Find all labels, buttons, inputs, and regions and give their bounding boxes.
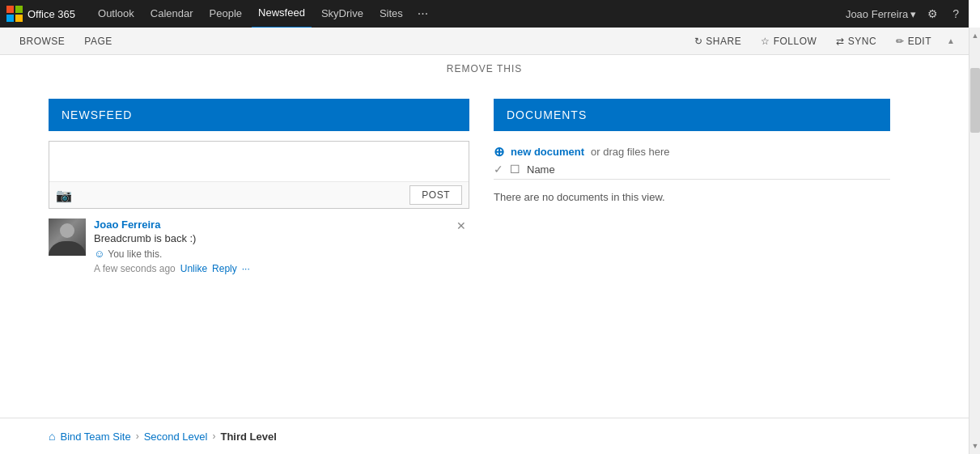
breadcrumb: ⌂ Bind Team Site › Second Level › Third … [0, 418, 969, 454]
post-close-button[interactable]: ✕ [453, 219, 469, 233]
remove-bar-label: REMOVE THIS [447, 63, 522, 74]
unlike-button[interactable]: Unlike [180, 263, 207, 274]
docs-file-icon: ☐ [510, 163, 520, 176]
camera-icon[interactable]: 📷 [56, 188, 72, 203]
more-actions-button[interactable]: ··· [242, 263, 250, 274]
browse-button[interactable]: BROWSE [10, 28, 74, 55]
share-icon: ↻ [694, 28, 703, 55]
breadcrumb-home-icon[interactable]: ⌂ [49, 430, 55, 443]
user-name-button[interactable]: Joao Ferreira ▾ [846, 8, 916, 20]
scroll-track [969, 44, 980, 438]
breadcrumb-current: Third Level [220, 431, 276, 443]
page-button[interactable]: PAGE [74, 28, 121, 55]
docs-check-icon: ✓ [494, 163, 503, 176]
follow-label: FOLLOW [774, 28, 817, 55]
toolbar: BROWSE PAGE ↻ SHARE ☆ FOLLOW ⇄ SYNC ✏ ED… [0, 28, 969, 55]
sync-button[interactable]: ⇄ SYNC [828, 28, 885, 55]
svg-rect-1 [15, 6, 23, 13]
new-document-link[interactable]: new document [511, 146, 584, 158]
nav-skydrive[interactable]: SkyDrive [315, 0, 370, 28]
office365-logo-icon [6, 6, 23, 22]
share-label: SHARE [706, 28, 741, 55]
post-like-area: ☺ You like this. [94, 248, 469, 260]
scrollbar: ▲ ▼ [969, 28, 980, 454]
docs-empty-message: There are no documents in this view. [494, 188, 890, 206]
sync-icon: ⇄ [836, 28, 845, 55]
toolbar-right-actions: ↻ SHARE ☆ FOLLOW ⇄ SYNC ✏ EDIT ▲ [686, 28, 959, 55]
scroll-up-button[interactable]: ▲ [969, 28, 980, 44]
help-icon[interactable]: ? [949, 7, 962, 20]
main-content: NEWSFEED 📷 POST Joao Ferreira Bre [0, 83, 969, 390]
reply-button[interactable]: Reply [212, 263, 237, 274]
docs-new-area: ⊕ new document or drag files here [494, 144, 890, 159]
breadcrumb-second-link[interactable]: Second Level [144, 431, 208, 443]
svg-rect-0 [6, 6, 14, 13]
newsfeed-input-area: 📷 POST [49, 141, 469, 209]
like-text: You like this. [108, 248, 162, 260]
documents-header: DOCUMENTS [494, 99, 890, 131]
avatar [49, 219, 86, 256]
nav-more-button[interactable]: ··· [413, 6, 433, 21]
user-name-text: Joao Ferreira [846, 8, 908, 20]
post-button[interactable]: POST [409, 185, 462, 205]
share-button[interactable]: ↻ SHARE [686, 28, 749, 55]
office365-logo-text: Office 365 [28, 8, 75, 20]
docs-column-header: ✓ ☐ Name [494, 159, 890, 180]
scroll-thumb[interactable] [970, 68, 980, 133]
top-nav-right: Joao Ferreira ▾ ⚙ ? [846, 7, 962, 20]
scroll-up-icon[interactable]: ▲ [943, 28, 959, 55]
office365-logo[interactable]: Office 365 [6, 6, 75, 22]
remove-bar[interactable]: REMOVE THIS [0, 55, 969, 83]
follow-icon: ☆ [761, 28, 770, 55]
avatar-head [60, 223, 74, 238]
settings-icon[interactable]: ⚙ [924, 7, 941, 20]
edit-icon: ✏ [896, 28, 905, 55]
documents-title: DOCUMENTS [507, 108, 587, 121]
scroll-down-button[interactable]: ▼ [969, 438, 980, 454]
svg-rect-2 [6, 15, 14, 22]
nav-sites[interactable]: Sites [373, 0, 409, 28]
user-dropdown-icon: ▾ [910, 8, 916, 20]
drag-files-text: or drag files here [591, 146, 670, 158]
follow-button[interactable]: ☆ FOLLOW [753, 28, 825, 55]
breadcrumb-separator-2: › [212, 431, 215, 442]
newsfeed-input[interactable] [49, 142, 469, 179]
newsfeed-header: NEWSFEED [49, 99, 469, 131]
top-nav-links: Outlook Calendar People Newsfeed SkyDriv… [91, 0, 846, 28]
nav-newsfeed[interactable]: Newsfeed [252, 0, 312, 28]
top-nav: Office 365 Outlook Calendar People Newsf… [0, 0, 969, 28]
breadcrumb-site-link[interactable]: Bind Team Site [60, 431, 130, 443]
like-icon: ☺ [94, 248, 104, 260]
post-time: A few seconds ago [94, 263, 176, 274]
newsfeed-input-toolbar: 📷 POST [49, 181, 469, 208]
edit-label: EDIT [908, 28, 931, 55]
breadcrumb-separator-1: › [136, 431, 139, 442]
svg-rect-3 [15, 15, 23, 22]
edit-button[interactable]: ✏ EDIT [888, 28, 940, 55]
avatar-image [49, 219, 86, 256]
documents-panel: DOCUMENTS ⊕ new document or drag files h… [494, 99, 890, 374]
newsfeed-panel: NEWSFEED 📷 POST Joao Ferreira Bre [49, 99, 469, 374]
nav-calendar[interactable]: Calendar [144, 0, 200, 28]
nav-people[interactable]: People [203, 0, 248, 28]
feed-post-body: Joao Ferreira Breadcrumb is back :) ☺ Yo… [94, 219, 469, 274]
post-text: Breadcrumb is back :) [94, 232, 469, 244]
newsfeed-title: NEWSFEED [62, 108, 132, 121]
new-doc-icon[interactable]: ⊕ [494, 144, 504, 159]
post-actions: A few seconds ago Unlike Reply ··· [94, 263, 469, 274]
post-author[interactable]: Joao Ferreira [94, 219, 160, 231]
feed-post: Joao Ferreira Breadcrumb is back :) ☺ Yo… [49, 219, 469, 274]
nav-outlook[interactable]: Outlook [91, 0, 141, 28]
sync-label: SYNC [848, 28, 876, 55]
docs-name-column: Name [527, 163, 555, 176]
